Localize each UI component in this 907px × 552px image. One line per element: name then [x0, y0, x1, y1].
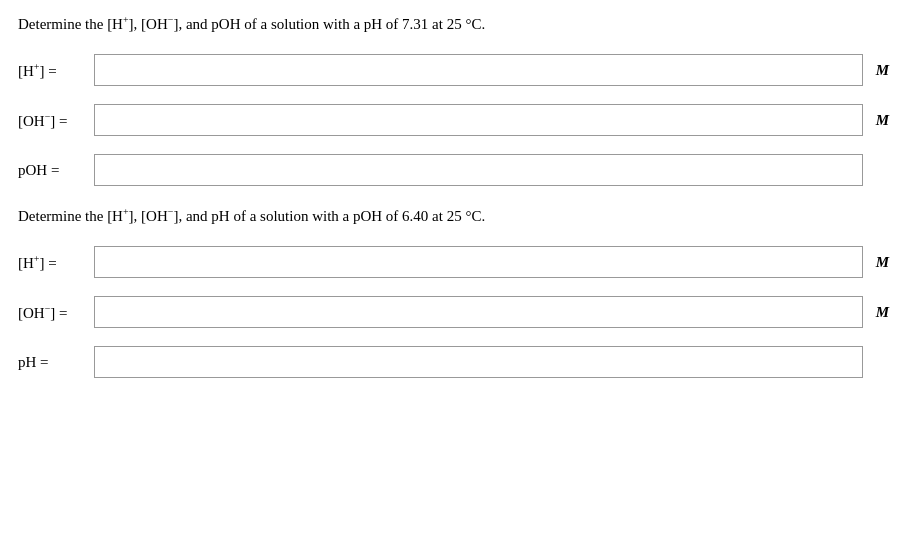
problem1-h-plus-row: [H+] = M: [18, 54, 889, 86]
problem2-oh-minus-unit: M: [869, 304, 889, 321]
problem1-statement: Determine the [H+], [OH−], and pOH of a …: [18, 12, 889, 36]
problem2-oh-minus-label: [OH−] =: [18, 303, 88, 322]
problem2-h-plus-unit: M: [869, 254, 889, 271]
problem2-ph-label: pH =: [18, 354, 88, 371]
problem2-statement: Determine the [H+], [OH−], and pH of a s…: [18, 204, 889, 228]
problem2-oh-minus-input[interactable]: [94, 296, 863, 328]
problem1-h-plus-unit: M: [869, 62, 889, 79]
problem1-oh-minus-input[interactable]: [94, 104, 863, 136]
problem2-oh-minus-row: [OH−] = M: [18, 296, 889, 328]
problem2-ph-row: pH =: [18, 346, 889, 378]
problem1-poh-input[interactable]: [94, 154, 863, 186]
problem1-h-plus-input[interactable]: [94, 54, 863, 86]
problem1-poh-label: pOH =: [18, 162, 88, 179]
problem2-h-plus-row: [H+] = M: [18, 246, 889, 278]
problem1-oh-minus-label: [OH−] =: [18, 111, 88, 130]
problem2-h-plus-input[interactable]: [94, 246, 863, 278]
problem1-h-plus-label: [H+] =: [18, 61, 88, 80]
problem1-oh-minus-unit: M: [869, 112, 889, 129]
problem1-poh-row: pOH =: [18, 154, 889, 186]
problem2-ph-input[interactable]: [94, 346, 863, 378]
problem2-h-plus-label: [H+] =: [18, 253, 88, 272]
problem1-oh-minus-row: [OH−] = M: [18, 104, 889, 136]
